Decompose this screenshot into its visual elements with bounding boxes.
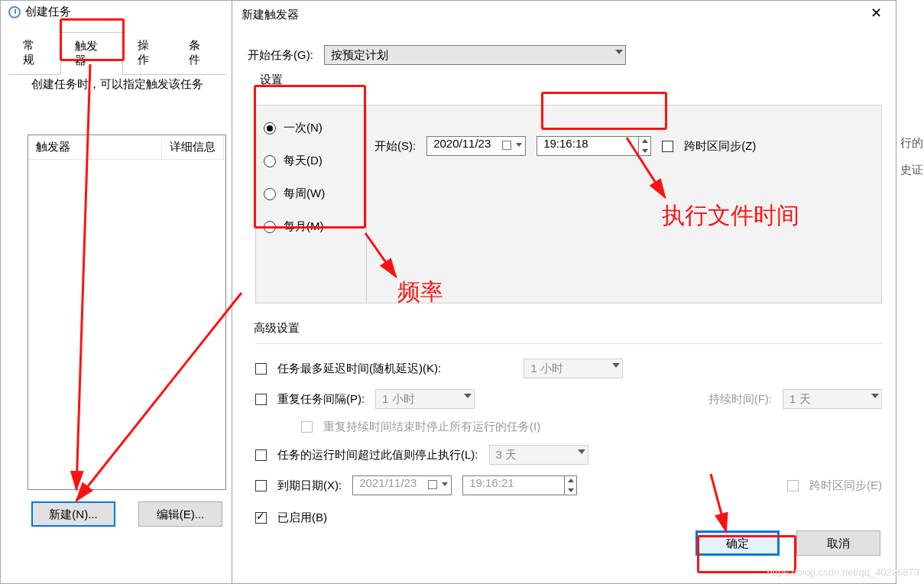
start-label: 开始(S): [374, 139, 416, 154]
col-details[interactable]: 详细信息 [162, 135, 224, 159]
repeat-checkbox[interactable] [255, 394, 267, 405]
delay-checkbox[interactable] [255, 363, 267, 375]
ok-button[interactable]: 确定 [695, 530, 780, 556]
start-task-label: 开始任务(G): [248, 48, 313, 63]
stop-after-label: 任务的运行时间超过此值则停止执行(L): [277, 448, 478, 462]
tab-general[interactable]: 常规 [8, 31, 60, 74]
repeat-dur-label: 持续时间(F): [708, 392, 772, 407]
settings-label: 设置 [260, 73, 880, 87]
start-task-value[interactable] [324, 45, 626, 65]
repeat-label: 重复任务间隔(P): [277, 392, 365, 407]
radio-daily[interactable]: 每天(D) [264, 154, 358, 168]
expire-tz-label: 跨时区同步(E) [809, 479, 882, 493]
tab-actions[interactable]: 操作 [123, 31, 175, 74]
stop-after-combo [489, 445, 588, 465]
trigger-list[interactable]: 触发器 详细信息 [28, 135, 226, 490]
stop-after-checkbox[interactable] [255, 449, 267, 461]
tab-conditions[interactable]: 条件 [174, 31, 226, 74]
expire-time-input: 19:16:21 [462, 475, 577, 495]
delay-value-combo [524, 359, 623, 378]
calendar-icon [502, 141, 511, 150]
col-trigger[interactable]: 触发器 [28, 135, 162, 159]
side-text-2: 史证 [900, 163, 923, 177]
advanced-label: 高级设置 [254, 321, 300, 336]
expire-checkbox[interactable] [255, 480, 267, 492]
advanced-settings: 任务最多延迟时间(随机延迟)(K): 重复任务间隔(P): 持续时间(F): 重… [255, 343, 882, 536]
enabled-label: 已启用(B) [277, 511, 327, 525]
chevron-down-icon [871, 394, 879, 398]
create-task-title: 创建任务 [25, 5, 71, 19]
expire-date-input: 2021/11/23 [352, 475, 452, 495]
watermark: https://blog.csdn.net/qq_40226873 [767, 566, 920, 578]
create-task-titlebar: 创建任务 [8, 5, 71, 19]
enabled-checkbox[interactable] [255, 512, 267, 524]
side-text-1: 行的 [900, 136, 923, 151]
close-icon[interactable]: ✕ [859, 4, 893, 25]
settings-box: 一次(N) 每天(D) 每周(W) 每月(M) 开始(S): 2020/11/2… [255, 105, 882, 303]
frequency-column: 一次(N) 每天(D) 每周(W) 每月(M) [256, 105, 367, 303]
list-headers: 触发器 详细信息 [28, 135, 225, 160]
repeat-dur-combo [783, 389, 882, 409]
chevron-down-icon [615, 50, 623, 54]
chevron-down-icon [612, 363, 620, 368]
start-date-input[interactable]: 2020/11/23 [426, 136, 526, 156]
cancel-button[interactable]: 取消 [796, 530, 880, 556]
delay-label: 任务最多延迟时间(随机延迟)(K): [277, 362, 441, 376]
tz-sync-label: 跨时区同步(Z) [684, 139, 756, 154]
tab-bar: 常规 触发器 操作 条件 [8, 31, 226, 75]
chevron-down-icon [442, 482, 448, 486]
expire-tz-checkbox [787, 480, 799, 492]
new-trigger-dialog: 新建触发器 ✕ 开始任务(G): 设置 一次(N) 每天(D) 每周(W) 每月… [232, 0, 896, 584]
radio-once[interactable]: 一次(N) [264, 121, 358, 135]
chevron-down-icon [516, 143, 522, 147]
repeat-stop-checkbox [301, 421, 313, 433]
new-trigger-title: 新建触发器 [242, 8, 299, 22]
edit-trigger-button[interactable]: 编辑(E)... [138, 501, 222, 527]
new-trigger-titlebar: 新建触发器 ✕ [232, 1, 896, 28]
expire-label: 到期日期(X): [277, 479, 342, 493]
start-task-combo[interactable] [324, 45, 626, 65]
calendar-icon [428, 480, 437, 489]
triggers-desc: 创建任务时，可以指定触发该任务 [31, 77, 203, 92]
create-task-dialog: 创建任务 常规 触发器 操作 条件 创建任务时，可以指定触发该任务 触发器 详细… [0, 0, 233, 584]
repeat-value-combo [375, 389, 475, 409]
radio-weekly[interactable]: 每周(W) [264, 187, 358, 201]
radio-monthly[interactable]: 每月(M) [264, 219, 358, 234]
start-time-input[interactable]: 19:16:18 [537, 136, 651, 156]
clock-icon [8, 6, 21, 18]
spinner-icon[interactable] [638, 137, 650, 155]
tz-sync-checkbox[interactable] [662, 141, 673, 152]
repeat-stop-label: 重复持续时间结束时停止所有运行的任务(I) [323, 420, 540, 434]
new-trigger-button[interactable]: 新建(N)... [31, 501, 115, 527]
chevron-down-icon [578, 449, 585, 454]
chevron-down-icon [464, 394, 472, 398]
spinner-icon [564, 476, 576, 495]
tab-triggers[interactable]: 触发器 [60, 32, 123, 75]
